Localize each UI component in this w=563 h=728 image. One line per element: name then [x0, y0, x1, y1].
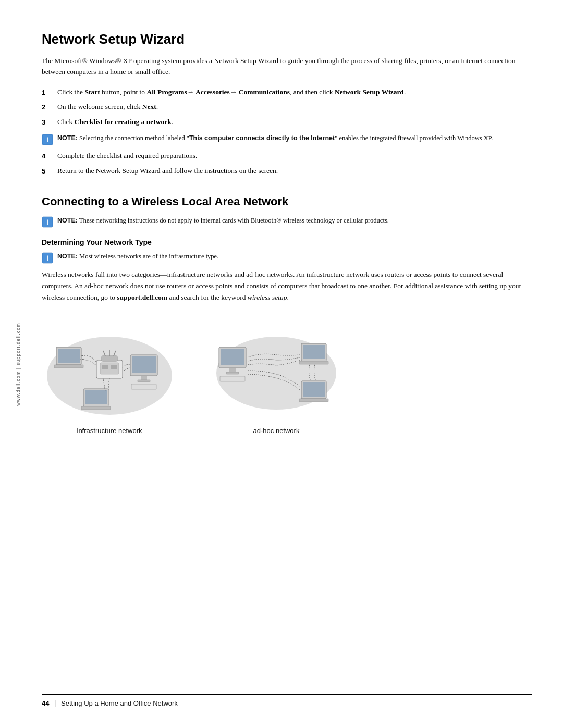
note-icon-infrastructure: i	[42, 252, 53, 264]
step-1-number: 1	[42, 88, 54, 98]
step-3-number: 3	[42, 117, 54, 128]
footer-page-number: 44	[42, 699, 49, 707]
infrastructure-diagram: infrastructure network	[42, 318, 177, 435]
svg-rect-22	[132, 356, 156, 373]
svg-rect-30	[226, 372, 239, 374]
infrastructure-svg	[42, 318, 177, 423]
note-text-1: NOTE: Selecting the connection method la…	[57, 133, 493, 143]
note-text-bluetooth: NOTE: These networking instructions do n…	[57, 216, 389, 226]
svg-rect-33	[303, 345, 325, 359]
section1-intro: The Microsoft® Windows® XP operating sys…	[42, 56, 532, 78]
main-content: Network Setup Wizard The Microsoft® Wind…	[42, 31, 532, 728]
step-3: 3 Click Checklist for creating a network…	[42, 117, 532, 128]
svg-rect-20	[81, 406, 111, 410]
section1-title: Network Setup Wizard	[42, 31, 532, 47]
svg-rect-37	[299, 399, 328, 402]
footer-separator: |	[54, 699, 56, 707]
note-text-infrastructure: NOTE: Most wireless networks are of the …	[57, 252, 218, 262]
sidebar-text: www.dell.com | support.dell.com	[16, 323, 21, 405]
adhoc-diagram: ad-hoc network	[209, 318, 344, 435]
svg-rect-13	[102, 365, 108, 369]
svg-rect-34	[299, 361, 328, 364]
section2-title: Connecting to a Wireless Local Area Netw…	[42, 195, 532, 208]
footer-text: Setting Up a Home and Office Network	[61, 699, 178, 707]
steps-list: 1 Click the Start button, point to All P…	[42, 87, 532, 128]
step-5: 5 Return to the Network Setup Wizard and…	[42, 166, 532, 177]
note-icon-bluetooth: i	[42, 216, 53, 228]
step-4: 4 Complete the checklist and required pr…	[42, 151, 532, 162]
svg-rect-31	[220, 376, 245, 381]
svg-rect-8	[102, 356, 117, 361]
svg-rect-14	[111, 365, 117, 369]
note-box-infrastructure: i NOTE: Most wireless networks are of th…	[42, 252, 532, 264]
infrastructure-label: infrastructure network	[77, 427, 142, 435]
note-icon-1: i	[42, 134, 53, 145]
svg-rect-16	[58, 349, 80, 363]
step-1: 1 Click the Start button, point to All P…	[42, 87, 532, 98]
step-3-text: Click Checklist for creating a network.	[57, 117, 173, 127]
footer-bar: 44 | Setting Up a Home and Office Networ…	[42, 694, 532, 707]
svg-rect-29	[229, 368, 236, 372]
adhoc-svg	[209, 318, 344, 423]
step-4-number: 4	[42, 151, 54, 162]
steps-list-2: 4 Complete the checklist and required pr…	[42, 151, 532, 176]
step-2: 2 On the welcome screen, click Next.	[42, 102, 532, 113]
step-2-text: On the welcome screen, click Next.	[57, 102, 158, 112]
svg-rect-28	[221, 349, 244, 365]
note-box-bluetooth: i NOTE: These networking instructions do…	[42, 216, 532, 228]
svg-rect-24	[138, 380, 150, 382]
step-1-text: Click the Start button, point to All Pro…	[57, 87, 406, 97]
svg-rect-36	[303, 382, 325, 397]
svg-text:i: i	[46, 135, 48, 144]
step-5-number: 5	[42, 166, 54, 177]
infrastructure-svg-wrap	[42, 318, 177, 423]
adhoc-svg-wrap	[209, 318, 344, 423]
diagrams-row: infrastructure network	[42, 318, 532, 435]
step-4-text: Complete the checklist and required prep…	[57, 151, 197, 161]
subsection-title: Determining Your Network Type	[42, 238, 532, 246]
svg-rect-17	[54, 365, 83, 368]
adhoc-label: ad-hoc network	[253, 427, 300, 435]
body-text-wireless: Wireless networks fall into two categori…	[42, 269, 532, 303]
page-container: www.dell.com | support.dell.com Network …	[0, 0, 563, 728]
svg-text:i: i	[46, 218, 48, 226]
svg-rect-25	[131, 384, 156, 389]
note-box-1: i NOTE: Selecting the connection method …	[42, 133, 532, 145]
svg-rect-23	[141, 376, 147, 380]
step-5-text: Return to the Network Setup Wizard and f…	[57, 166, 278, 176]
svg-text:i: i	[46, 254, 48, 262]
svg-rect-19	[85, 390, 107, 404]
step-2-number: 2	[42, 102, 54, 113]
